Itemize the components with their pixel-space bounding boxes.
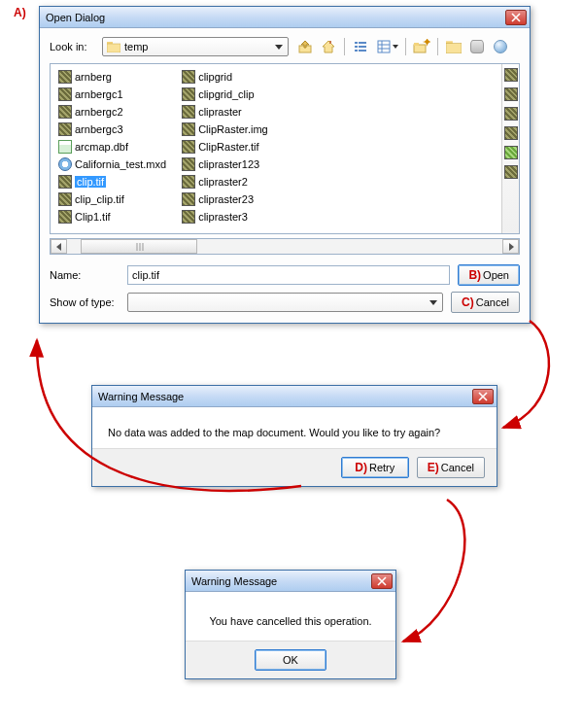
horizontal-scrollbar[interactable] — [50, 238, 520, 255]
chevron-right-icon — [508, 243, 514, 251]
file-column-2: clipgridclipgrid_clipcliprasterClipRaste… — [180, 68, 270, 229]
close-button[interactable] — [472, 389, 494, 404]
warning1-titlebar[interactable]: Warning Message — [92, 386, 497, 407]
file-item[interactable]: clipgrid — [180, 68, 270, 85]
annotation-e: E) — [428, 461, 439, 474]
file-item[interactable]: clipgrid_clip — [180, 86, 270, 102]
file-pane-sidestrip — [501, 64, 519, 233]
raster-icon — [58, 87, 72, 101]
file-item[interactable]: arnberg — [56, 68, 168, 85]
file-item[interactable]: arcmap.dbf — [56, 138, 168, 155]
svg-rect-12 — [378, 41, 390, 52]
scroll-track[interactable] — [67, 239, 502, 254]
raster-icon — [182, 70, 195, 84]
type-dropdown[interactable] — [127, 293, 443, 312]
connect-database-button[interactable] — [466, 36, 488, 57]
file-item[interactable]: ClipRaster.tif — [180, 138, 270, 155]
file-item[interactable]: California_test.mxd — [56, 156, 168, 172]
home-icon — [321, 39, 336, 54]
svg-rect-3 — [107, 44, 120, 52]
file-item[interactable]: ClipRaster.img — [180, 121, 270, 137]
file-item[interactable]: clipraster23 — [180, 191, 270, 207]
warning-dialog-2: Warning Message You have cancelled this … — [185, 570, 396, 679]
raster-icon — [182, 175, 195, 189]
folder-icon — [107, 41, 120, 52]
file-item[interactable]: arnbergc1 — [56, 86, 168, 102]
open-dialog: Open Dialog Look in: temp ✦ — [39, 6, 531, 324]
up-arrow-folder-icon — [297, 39, 313, 54]
file-column-1: arnbergarnbergc1arnbergc2arnbergc3arcmap… — [56, 68, 168, 229]
mxd-icon — [58, 157, 72, 171]
svg-rect-11 — [359, 50, 366, 52]
file-item[interactable]: clipraster — [180, 103, 270, 120]
list-view-button[interactable] — [350, 36, 371, 57]
svg-rect-9 — [359, 46, 366, 48]
connect-gis-server-button[interactable] — [490, 36, 511, 57]
svg-text:✦: ✦ — [423, 39, 430, 48]
retry-button-label: Retry — [369, 462, 394, 473]
file-item[interactable]: arnbergc3 — [56, 121, 168, 137]
new-folder-button[interactable]: ✦ — [411, 36, 432, 57]
connect-folder-button[interactable] — [443, 36, 464, 57]
raster-icon — [504, 126, 518, 140]
close-button[interactable] — [505, 10, 527, 25]
annotation-d: D) — [355, 461, 367, 474]
close-button[interactable] — [371, 573, 393, 589]
file-name: ClipRaster.img — [198, 123, 268, 135]
file-name: clipraster3 — [198, 211, 248, 223]
raster-green-icon — [504, 146, 518, 159]
name-input[interactable] — [127, 265, 450, 285]
raster-icon — [58, 175, 72, 189]
raster-icon — [182, 192, 195, 206]
file-name: arnbergc2 — [75, 106, 123, 118]
scroll-right-button[interactable] — [502, 239, 519, 254]
file-item[interactable]: clipraster123 — [180, 156, 270, 172]
cancel-button-label: Cancel — [476, 296, 509, 308]
warning2-message: You have cancelled this operation. — [186, 592, 395, 641]
home-button[interactable] — [318, 36, 339, 57]
ok-button-label: OK — [283, 654, 298, 666]
raster-icon — [182, 87, 195, 101]
look-in-dropdown[interactable]: temp — [102, 37, 289, 56]
warning1-title: Warning Message — [98, 391, 472, 402]
file-name: arnberg — [75, 71, 112, 83]
retry-button[interactable]: D) Retry — [341, 457, 409, 478]
cancel-button[interactable]: E) Cancel — [417, 457, 485, 478]
open-button[interactable]: B) Open — [458, 264, 520, 286]
file-name: arcmap.dbf — [75, 141, 128, 153]
raster-icon — [58, 105, 72, 119]
scroll-thumb[interactable] — [81, 239, 197, 254]
close-icon — [478, 392, 488, 401]
open-button-label: Open — [483, 269, 509, 281]
up-one-level-button[interactable] — [294, 36, 316, 57]
cancel-button[interactable]: C) Cancel — [451, 292, 520, 313]
raster-icon — [58, 210, 72, 224]
svg-rect-20 — [446, 44, 462, 53]
file-name: clip.tif — [75, 176, 106, 188]
name-label: Name: — [50, 269, 127, 281]
svg-rect-6 — [355, 42, 358, 44]
file-name: California_test.mxd — [75, 158, 166, 170]
new-folder-icon: ✦ — [413, 39, 430, 54]
file-list-pane[interactable]: arnbergarnbergc1arnbergc2arnbergc3arcmap… — [50, 63, 520, 234]
raster-icon — [182, 140, 195, 154]
file-item[interactable]: clip_clip.tif — [56, 191, 168, 207]
ok-button[interactable]: OK — [255, 649, 326, 671]
file-name: clipraster2 — [198, 176, 248, 188]
open-dialog-titlebar[interactable]: Open Dialog — [40, 7, 530, 28]
file-item[interactable]: clipraster3 — [180, 208, 270, 225]
file-name: clipraster — [198, 106, 242, 118]
file-name: clipraster123 — [198, 158, 259, 170]
file-item[interactable]: arnbergc2 — [56, 103, 168, 120]
annotation-b: B) — [468, 268, 481, 282]
list-icon — [353, 39, 368, 54]
file-item[interactable]: Clip1.tif — [56, 208, 168, 225]
file-item[interactable]: clip.tif — [56, 173, 168, 190]
view-menu-button[interactable] — [373, 36, 400, 57]
file-item[interactable]: clipraster2 — [180, 173, 270, 190]
scroll-left-button[interactable] — [51, 239, 67, 254]
warning2-titlebar[interactable]: Warning Message — [186, 571, 395, 592]
raster-icon — [58, 192, 72, 206]
look-in-label: Look in: — [50, 41, 96, 52]
annotation-c: C) — [462, 295, 474, 309]
